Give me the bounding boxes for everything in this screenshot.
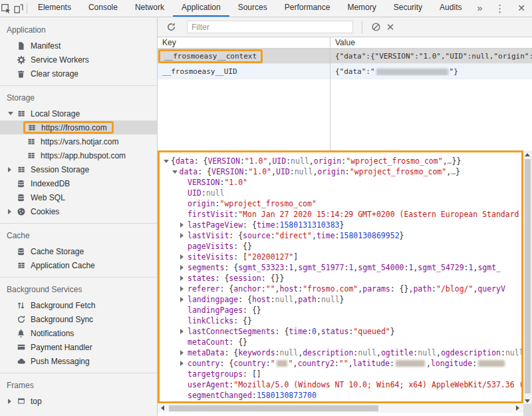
sidebar-item-https-frosmo-com[interactable]: https://frosmo.com [0,120,157,134]
sidebar-item-label: Service Workers [31,55,89,65]
preview-line[interactable]: targetgroups: [] [161,369,521,379]
sidebar-item-local-storage[interactable]: Local Storage [0,106,157,120]
scroll-up-arrow-icon[interactable] [525,153,530,156]
tab-elements[interactable]: Elements [29,0,80,17]
expander-right-icon[interactable] [180,222,188,228]
preview-line[interactable]: data: {VERSION: "1.0", UID: null, origin… [161,166,521,177]
json-key: segments [188,263,224,272]
sidebar-item-https-app-hubspot-com[interactable]: https://app.hubspot.com [0,148,157,162]
vertical-scrollbar[interactable] [523,150,532,412]
preview-line[interactable]: origin: "wproject_frosmo_com" [161,198,521,209]
sidebar-item-background-sync[interactable]: Background Sync [0,312,157,326]
json-key: siteVisits [188,252,233,262]
sidebar-item-service-workers[interactable]: Service Workers [0,53,157,67]
expander-right-icon[interactable] [180,233,188,238]
json-token: … [448,156,452,166]
more-tabs-chevron[interactable]: » [470,0,489,17]
json-token: 1 [469,263,473,272]
preview-line[interactable]: metaData: {keywords: null, description: … [161,347,521,358]
preview-line[interactable]: UID: null [161,188,521,198]
expander-right-icon[interactable] [180,265,188,270]
json-token: , [348,359,353,368]
sidebar-item-top[interactable]: top [0,394,157,408]
vertical-scrollbar-thumb[interactable] [525,159,531,393]
filter-input[interactable] [187,21,353,33]
preview-line[interactable]: metaCount: {} [161,337,521,347]
inspect-element-icon[interactable] [0,0,13,17]
tab-sources[interactable]: Sources [229,0,276,17]
chevron-right-icon[interactable] [8,399,16,404]
preview-line[interactable]: lastVisit: {source: "direct", time: 1580… [161,230,521,241]
table-row[interactable]: __frosmoeasy__UID{"data":""} [158,64,532,79]
grid-icon [26,136,36,146]
clear-all-icon[interactable] [368,20,383,35]
sidebar-item-indexeddb[interactable]: IndexedDB [0,176,157,190]
tab-memory[interactable]: Memory [338,0,384,17]
horizontal-scrollbar-thumb[interactable] [169,405,378,411]
sidebar-item-label: Session Storage [31,165,89,174]
grid-icon [26,150,36,160]
expander-right-icon[interactable] [180,361,188,366]
tab-security[interactable]: Security [385,0,431,17]
sidebar-item-session-storage[interactable]: Session Storage [0,162,157,176]
expander-right-icon[interactable] [180,276,188,281]
tab-application[interactable]: Application [173,0,229,17]
json-key: country [233,359,265,368]
preview-line[interactable]: referer: {anchor: "", host: "frosmo.com"… [161,284,521,294]
expander-right-icon[interactable] [180,329,188,334]
devtools-menu-icon[interactable]: ⋮ [489,0,511,17]
json-key: description [303,348,353,357]
sidebar-item-clear-storage[interactable]: Clear storage [0,67,157,81]
tab-performance[interactable]: Performance [276,0,339,17]
expander-right-icon[interactable] [180,350,188,355]
sidebar-item-application-cache[interactable]: Application Cache [0,258,157,272]
json-key: status [321,327,349,336]
preview-line[interactable]: {data: {VERSION: "1.0", UID: null, origi… [161,156,521,166]
expander-right-icon[interactable] [180,297,188,302]
preview-line[interactable]: segmentChanged: 1580130873700 [161,390,521,401]
delete-selected-icon[interactable]: ✕ [383,20,398,35]
table-row[interactable]: __frosmoeasy__context{"data":{"VERSION":… [158,49,532,64]
sidebar-item-https-vars-hotjar-com[interactable]: https://vars.hotjar.com [0,134,157,148]
preview-line[interactable]: country: {country: "", country2: "", lat… [161,358,521,369]
preview-line[interactable]: landingPages: {} [161,305,521,315]
preview-line[interactable]: linkClicks: {} [161,315,521,326]
preview-line[interactable]: VERSION: "1.0" [161,177,521,188]
expander-right-icon[interactable] [180,286,188,292]
tab-audits[interactable]: Audits [431,0,470,17]
scroll-left-arrow-icon[interactable] [161,405,164,411]
preview-line[interactable]: siteVisits: ["20200127"] [161,252,521,262]
preview-line[interactable]: landingpage: {host: null, path: null} [161,294,521,305]
sidebar-item-cookies[interactable]: Cookies [0,204,157,218]
sidebar-item-manifest[interactable]: Manifest [0,39,157,53]
sidebar-item-background-fetch[interactable]: Background Fetch [0,298,157,312]
sidebar-item-notifications[interactable]: Notifications [0,326,157,340]
chevron-right-icon[interactable] [8,167,16,172]
sidebar-item-web-sql[interactable]: Web SQL [0,190,157,204]
preview-line[interactable]: userAgent: "Mozilla/5.0 (Windows NT 10.0… [161,379,521,390]
preview-line[interactable]: firstVisit: "Mon Jan 27 2020 15:14:29 GM… [161,209,521,220]
expander-right-icon[interactable] [180,254,188,260]
scroll-right-arrow-icon[interactable] [516,405,519,411]
preview-line[interactable]: lastPageView: {time: 1580131310383} [161,220,521,230]
scroll-down-arrow-icon[interactable] [525,399,530,403]
column-divider[interactable] [330,37,331,150]
preview-line[interactable]: pageVisits: {} [161,241,521,252]
expander-down-icon[interactable] [172,170,180,174]
tab-console[interactable]: Console [80,0,126,17]
json-token: : [284,263,289,272]
horizontal-scrollbar[interactable] [158,404,523,413]
refresh-icon[interactable] [164,20,178,35]
chevron-down-icon[interactable] [8,112,16,115]
preview-line[interactable]: states: {session: {}} [161,273,521,284]
chevron-right-icon[interactable] [8,209,16,214]
devtools-close-icon[interactable]: ✕ [511,0,532,17]
expander-down-icon[interactable] [164,160,171,163]
preview-line[interactable]: lastConnectSegments: {time: 0, status: "… [161,326,521,337]
sidebar-item-cache-storage[interactable]: Cache Storage [0,244,157,258]
preview-line[interactable]: segments: {sgmt_53323: 1, sgmt_51977: 1,… [161,262,521,273]
sidebar-item-payment-handler[interactable]: Payment Handler [0,340,157,354]
sidebar-item-push-messaging[interactable]: Push Messaging [0,354,157,368]
device-toolbar-icon[interactable] [13,0,25,17]
tab-network[interactable]: Network [126,0,173,17]
